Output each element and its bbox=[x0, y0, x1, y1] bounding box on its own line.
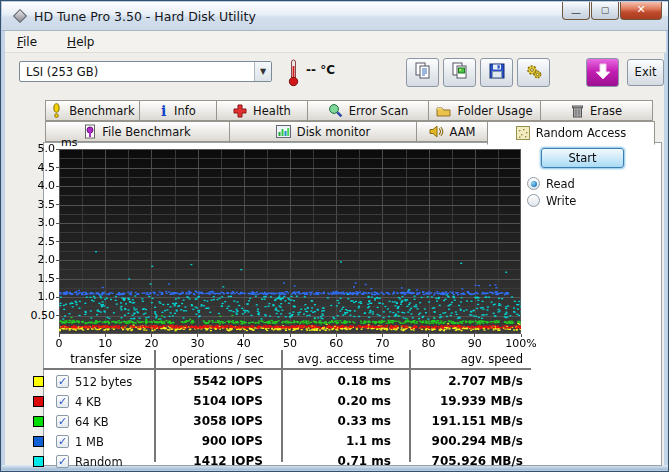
tab-health[interactable]: Health bbox=[216, 100, 308, 121]
transfer-size-label: Random bbox=[75, 455, 123, 469]
exit-button[interactable]: Exit bbox=[627, 59, 664, 86]
table-header-rule bbox=[43, 368, 531, 370]
tab-aam[interactable]: AAM bbox=[416, 121, 488, 142]
checkbox-random[interactable]: ✓ bbox=[56, 455, 69, 468]
tab-label: Benchmark bbox=[69, 104, 135, 118]
table-row: ✓64 KB3058 IOPS0.33 ms191.151 MB/s bbox=[31, 412, 531, 432]
benchmark-icon bbox=[50, 103, 63, 118]
avg-speed-value: 705.926 MB/s bbox=[403, 454, 523, 468]
menu-file[interactable]: File bbox=[13, 33, 41, 51]
window-title: HD Tune Pro 3.50 - Hard Disk Utility bbox=[34, 9, 256, 24]
tab-info[interactable]: iInfo bbox=[139, 100, 217, 121]
random-access-icon bbox=[516, 126, 530, 140]
options-button[interactable] bbox=[517, 58, 550, 87]
read-radio-label: Read bbox=[546, 177, 575, 191]
frame-right bbox=[664, 31, 667, 466]
tab-error-scan[interactable]: Error Scan bbox=[307, 100, 429, 121]
menu-help[interactable]: Help bbox=[63, 33, 98, 51]
access-time-value: 1.1 ms bbox=[271, 434, 391, 448]
transfer-size-label: 1 MB bbox=[75, 435, 104, 449]
checkbox-1-mb[interactable]: ✓ bbox=[56, 435, 69, 448]
title-bar: HD Tune Pro 3.50 - Hard Disk Utility —▢✕ bbox=[2, 2, 668, 31]
update-button[interactable] bbox=[586, 58, 619, 87]
y-tick-mark bbox=[56, 315, 59, 316]
tab-random-access[interactable]: Random Access bbox=[487, 121, 655, 145]
y-tick-mark bbox=[56, 278, 59, 279]
series-color-swatch bbox=[33, 436, 44, 447]
col-header-avg-speed: agv. speed bbox=[403, 352, 523, 366]
y-tick-label: 3.0 bbox=[29, 216, 55, 229]
minimize-button[interactable]: — bbox=[562, 2, 590, 20]
x-tick-mark bbox=[59, 334, 60, 337]
series-color-swatch bbox=[33, 416, 44, 427]
x-tick-mark bbox=[428, 334, 429, 337]
x-tick-label: 40 bbox=[224, 337, 264, 350]
avg-speed-value: 2.707 MB/s bbox=[403, 374, 523, 388]
iops-value: 5104 IOPS bbox=[143, 394, 263, 408]
x-tick-mark bbox=[336, 334, 337, 337]
disk-monitor-icon bbox=[276, 125, 291, 138]
read-radio[interactable] bbox=[527, 177, 540, 190]
menu-bar: FileHelp bbox=[5, 31, 666, 53]
x-tick-mark bbox=[382, 334, 383, 337]
gears-icon bbox=[525, 62, 543, 84]
file-benchmark-icon bbox=[84, 124, 96, 139]
app-window: HD Tune Pro 3.50 - Hard Disk Utility —▢✕… bbox=[0, 0, 669, 472]
table-row: ✓4 KB5104 IOPS0.20 ms19.939 MB/s bbox=[31, 392, 531, 412]
transfer-size-label: 4 KB bbox=[75, 395, 101, 409]
tab-disk-monitor[interactable]: Disk monitor bbox=[229, 121, 417, 142]
transfer-size-label: 512 bytes bbox=[75, 375, 132, 389]
table-row: ✓Random1412 IOPS0.71 ms705.926 MB/s bbox=[31, 452, 531, 472]
x-tick-label: 70 bbox=[362, 337, 402, 350]
x-tick-label: 0 bbox=[39, 337, 79, 350]
y-tick-mark bbox=[56, 186, 59, 187]
iops-value: 900 IOPS bbox=[143, 434, 263, 448]
x-tick-mark bbox=[105, 334, 106, 337]
x-tick-label: 30 bbox=[178, 337, 218, 350]
tab-label: Info bbox=[174, 104, 196, 118]
checkbox-512-bytes[interactable]: ✓ bbox=[56, 375, 69, 388]
app-icon bbox=[13, 9, 27, 23]
start-button[interactable]: Start bbox=[541, 148, 624, 168]
minimize-icon: — bbox=[571, 7, 581, 18]
tab-label: Erase bbox=[590, 104, 622, 118]
iops-value: 1412 IOPS bbox=[143, 454, 263, 468]
y-tick-label: 2.0 bbox=[29, 253, 55, 266]
tab-label: AAM bbox=[450, 125, 476, 139]
maximize-button[interactable]: ▢ bbox=[591, 2, 619, 20]
y-axis-unit: ms bbox=[61, 136, 77, 149]
series-color-swatch bbox=[33, 456, 44, 467]
copy-text-button[interactable] bbox=[406, 58, 439, 87]
y-tick-label: 3.5 bbox=[29, 198, 55, 211]
y-tick-mark bbox=[56, 297, 59, 298]
temperature-readout: -- °C bbox=[306, 63, 335, 77]
close-button[interactable]: ✕ bbox=[620, 2, 662, 20]
save-icon bbox=[488, 62, 506, 84]
save-button[interactable] bbox=[480, 58, 513, 87]
checkbox-4-kb[interactable]: ✓ bbox=[56, 395, 69, 408]
checkbox-64-kb[interactable]: ✓ bbox=[56, 415, 69, 428]
copy-pages-icon bbox=[414, 61, 432, 84]
avg-speed-value: 191.151 MB/s bbox=[403, 414, 523, 428]
thermometer-icon bbox=[287, 58, 300, 91]
tab-benchmark[interactable]: Benchmark bbox=[45, 100, 140, 121]
tab-folder-usage[interactable]: Folder Usage bbox=[428, 100, 541, 121]
x-tick-label: 50 bbox=[270, 337, 310, 350]
x-tick-label: 100% bbox=[501, 337, 541, 350]
col-header-access-time: avg. access time bbox=[286, 352, 406, 366]
tab-erase[interactable]: Erase bbox=[540, 100, 653, 121]
x-tick-mark bbox=[197, 334, 198, 337]
x-tick-label: 60 bbox=[316, 337, 356, 350]
copy-image-button[interactable] bbox=[443, 58, 476, 87]
copy-image-icon bbox=[451, 61, 469, 84]
transfer-size-label: 64 KB bbox=[75, 415, 109, 429]
table-row: ✓512 bytes5542 IOPS0.18 ms2.707 MB/s bbox=[31, 372, 531, 392]
x-tick-mark bbox=[151, 334, 152, 337]
y-tick-label: 5.0 bbox=[29, 142, 55, 155]
write-radio[interactable] bbox=[527, 194, 540, 207]
y-tick-mark bbox=[56, 149, 59, 150]
series-color-swatch bbox=[33, 376, 44, 387]
tab-label: File Benchmark bbox=[102, 125, 190, 139]
access-time-value: 0.33 ms bbox=[271, 414, 391, 428]
drive-select-dropdown[interactable]: LSI (253 GB) ▼ bbox=[19, 61, 272, 82]
